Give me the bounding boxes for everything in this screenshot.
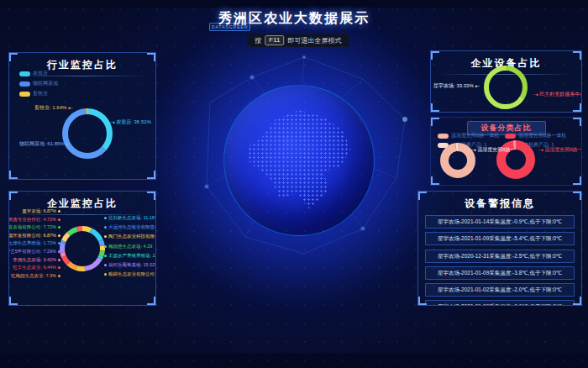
alert-row: 星宇农场-2021-01-14采集温度:-0.9℃,低于下限:0℃	[425, 215, 575, 229]
legend-item[interactable]: 畜牧业	[19, 90, 58, 97]
chart-label: 丰源水产养殖养殖场: 1.	[104, 253, 156, 259]
chart-label: 中艺5年有限公司: 7.29%	[8, 249, 60, 255]
label-dot-icon	[58, 266, 60, 269]
equipment-donut-chart[interactable]	[484, 66, 528, 109]
corner-accent	[573, 176, 581, 185]
panel-title: 设备警报信息	[418, 197, 581, 211]
callout-livestock: 畜牧业: 1.64%	[34, 104, 73, 112]
callout-class-left: 温湿度光照8路一	[471, 146, 516, 154]
dashboard: DATASCREEN 秀洲区农业大数据展示 按 F11 即可退出全屏模式 行业监…	[0, 0, 588, 368]
fullscreen-hint: 按 F11 即可退出全屏模式	[247, 34, 349, 47]
enterprise-donut-chart[interactable]	[60, 226, 105, 271]
hint-suffix: 即可退出全屏模式	[287, 36, 341, 45]
callout-iot: 物联网基地: 61.85%	[19, 140, 71, 148]
industry-donut-chart[interactable]	[62, 108, 113, 159]
label-dot-icon	[104, 245, 107, 248]
chart-label: 星宇农场: 6.87%	[22, 208, 60, 214]
chart-label: 梅园悠生态农场: 4.29	[104, 244, 152, 250]
legend-swatch-icon	[438, 134, 449, 139]
chart-label: 家庭农场有限公司: 7.72%	[8, 224, 60, 230]
legend-item[interactable]: 温湿度光照8路一体机	[438, 132, 499, 139]
chart-label: 北刘桥生态农场: 11.16%	[104, 215, 156, 221]
label-dot-icon	[58, 242, 60, 244]
label-dot-icon	[58, 275, 60, 277]
corner-accent	[431, 103, 439, 112]
label-text: 红丰生态农业: 6.44%	[13, 265, 56, 271]
label-text: 粮耕生态农业有限公司: 6.87%	[108, 271, 156, 277]
label-text: 秀洲周勇专业合作社: 4.72%	[8, 217, 56, 223]
label-text: 红梅园生态农业: 7.3%	[11, 273, 56, 279]
label-text: 丰源水产养殖养殖场: 1.	[108, 253, 156, 259]
label-dot-icon	[104, 217, 107, 219]
alert-row: 星宇农场-2021-01-09采集温度:-0.9℃,低于下限:0℃	[425, 300, 575, 306]
enterprise-labels-right: 北刘桥生态农场: 11.16%大运河生态牧业有限责任公陶门生态农业科技有限公梅园…	[104, 215, 156, 277]
legend-label: 温湿度光照8路一体机	[451, 132, 499, 139]
panel-device-alerts: 设备警报信息 星宇农场-2021-01-14采集温度:-0.9℃,低于下限:0℃…	[417, 191, 582, 306]
alert-row: 星宇农场-2021-01-09采集温度:-5.4℃,低于下限:0℃	[425, 232, 575, 245]
corner-accent	[147, 171, 155, 179]
label-text: 家庭农场有限公司: 7.72%	[8, 224, 56, 230]
callout-store: 农资店: 36.51%	[110, 118, 151, 126]
class-left-donut-chart[interactable]	[440, 143, 475, 178]
panel-device-classification: 设备分类占比 温湿度光照8路一体机一体机类产品: 1 温湿度光照8路一体机一体机…	[430, 117, 582, 186]
chart-label: 李强生态农场: 3.42%	[13, 257, 60, 263]
panel-enterprise-monitor: 企业监控占比 星宇农场: 6.87%秀洲周勇专业合作社: 4.72%家庭农场有限…	[8, 191, 156, 306]
alert-list: 星宇农场-2021-01-14采集温度:-0.9℃,低于下限:0℃星宇农场-20…	[418, 215, 581, 306]
label-dot-icon	[58, 250, 60, 253]
legend-label: 农资店	[33, 70, 48, 77]
corner-accent	[147, 297, 155, 305]
globe-visualization	[223, 85, 375, 236]
bottom-band	[0, 354, 588, 368]
chart-label: 秀洲周勇专业合作社: 4.72%	[8, 217, 60, 223]
label-text: 后羿浜葡萄基地: 15.02%	[108, 262, 156, 268]
corner-accent	[9, 171, 18, 179]
label-dot-icon	[104, 264, 107, 266]
label-dot-icon	[104, 255, 107, 257]
hint-prefix: 按	[255, 36, 261, 45]
enterprise-labels-left: 星宇农场: 6.87%秀洲周勇专业合作社: 4.72%家庭农场有限公司: 7.7…	[8, 208, 60, 279]
label-text: 国开发有限公司: 6.87%	[8, 233, 56, 239]
industry-legend: 农资店物联网基地畜牧业	[19, 70, 58, 100]
alert-row: 星宇农场-2021-01-09采集温度:-3.8℃,低于下限:0℃	[425, 266, 575, 280]
callout-class-right: 温湿度光照8路一	[538, 146, 582, 154]
chart-label: 大运河生态牧业有限责任公	[104, 224, 156, 230]
legend-item[interactable]: 物联网基地	[19, 80, 58, 87]
corner-accent	[9, 297, 18, 305]
callout-equipment-left: 星宇农场: 33.33%	[433, 82, 480, 90]
legend-swatch-icon	[19, 92, 30, 97]
label-text: 梅园悠生态农场: 4.29	[108, 244, 152, 250]
legend-item[interactable]: 农资店	[19, 70, 58, 77]
legend-swatch-icon	[19, 81, 30, 87]
corner-accent	[431, 176, 439, 185]
corner-accent	[573, 118, 581, 126]
legend-item[interactable]: 温湿度光照8路一体机	[505, 132, 566, 139]
callout-equipment-right: 民主村党群服务中心	[533, 91, 582, 98]
label-dot-icon	[104, 273, 107, 276]
label-dot-icon	[104, 235, 107, 238]
chart-label: 七华生态养殖场: 1.72%	[8, 240, 60, 246]
chart-label: 陶门生态农业科技有限公	[104, 234, 156, 239]
label-text: 北刘桥生态农场: 11.16%	[108, 215, 156, 221]
label-text: 七华生态养殖场: 1.72%	[8, 240, 56, 246]
panel-industry-monitor: 行业监控占比 农资店物联网基地畜牧业 畜牧业: 1.64% 农资店: 36.51…	[8, 52, 156, 180]
chart-label: 粮耕生态农业有限公司: 6.87%	[104, 271, 156, 277]
chart-label: 国开发有限公司: 6.87%	[8, 233, 60, 239]
label-text: 星宇农场: 6.87%	[22, 208, 56, 214]
chart-label: 后羿浜葡萄基地: 15.02%	[104, 262, 156, 268]
legend-label: 畜牧业	[33, 90, 48, 97]
alert-row: 星宇农场-2020-12-31采集温度:-2.5℃,低于下限:0℃	[425, 250, 575, 263]
globe-continents	[231, 92, 367, 229]
top-band	[0, 0, 588, 8]
chart-label: 红丰生态农业: 6.44%	[13, 265, 60, 271]
label-text: 陶门生态农业科技有限公	[108, 234, 156, 239]
panel-equipment-ratio: 企业设备占比 星宇农场: 33.33% 民主村党群服务中心	[430, 50, 582, 113]
label-dot-icon	[58, 259, 60, 261]
label-dot-icon	[58, 234, 60, 237]
corner-accent	[573, 103, 581, 112]
page-title: 秀洲区农业大数据展示	[0, 10, 588, 28]
alert-row: 星宇农场-2021-01-02采集温度:-2.0℃,低于下限:0℃	[425, 283, 575, 297]
legend-label: 温湿度光照8路一体机	[518, 132, 566, 139]
label-text: 中艺5年有限公司: 7.29%	[8, 249, 56, 255]
f11-keycap: F11	[265, 35, 284, 45]
label-dot-icon	[58, 210, 60, 213]
